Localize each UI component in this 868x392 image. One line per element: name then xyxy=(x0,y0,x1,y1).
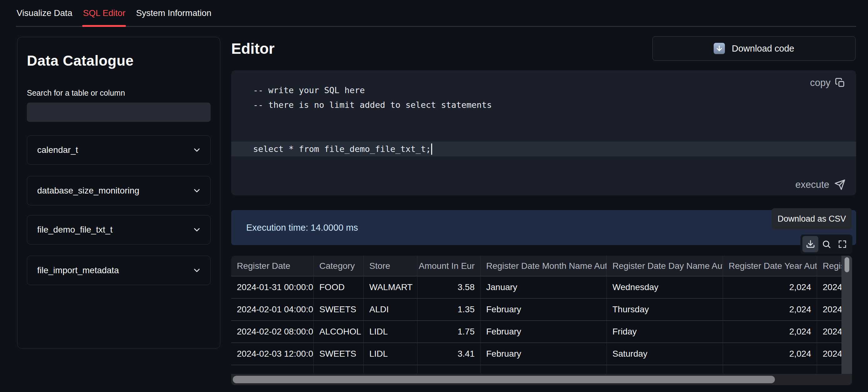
table-cell-partial xyxy=(231,365,314,373)
table-cell: WALMART xyxy=(364,276,417,299)
tab-visualize-data[interactable]: Visualize Data xyxy=(16,0,73,26)
table-cell: February xyxy=(480,343,607,365)
table-toolbar xyxy=(801,235,852,254)
chevron-down-icon xyxy=(192,225,202,235)
table-name-label: calendar_t xyxy=(37,145,78,155)
chevron-down-icon xyxy=(192,145,202,155)
expander-database-size-monitoring[interactable]: database_size_monitoring xyxy=(27,176,211,205)
column-header: Category xyxy=(314,256,364,276)
table-cell: Saturday xyxy=(607,343,723,365)
column-header: Register Date Month Name Auto xyxy=(480,256,607,276)
download-code-button[interactable]: Download code xyxy=(652,36,856,61)
table-cell: Friday xyxy=(607,321,723,343)
code-line-active: select * from file_demo_file_txt_t; xyxy=(231,142,856,156)
table-cell: Wednesday xyxy=(607,276,723,299)
tab-sql-editor[interactable]: SQL Editor xyxy=(82,0,126,26)
table-cell: 1.35 xyxy=(417,299,480,321)
table-cell: 2,024 xyxy=(723,343,817,365)
search-icon xyxy=(822,239,831,249)
table-name-label: file_demo_file_txt_t xyxy=(37,225,113,235)
results-table: Register Date Category Store Amount In E… xyxy=(231,256,852,385)
download-csv-button[interactable] xyxy=(802,236,818,252)
table-cell: SWEETS xyxy=(314,343,364,365)
send-icon xyxy=(834,179,845,190)
vertical-scrollbar-thumb[interactable] xyxy=(844,257,849,272)
text-cursor xyxy=(431,144,432,155)
code-line xyxy=(231,112,856,127)
expander-calendar-t[interactable]: calendar_t xyxy=(27,135,211,165)
tab-system-information[interactable]: System Information xyxy=(135,0,212,26)
table-cell-partial xyxy=(417,365,480,373)
top-tab-bar: Visualize Data SQL Editor System Informa… xyxy=(0,0,868,27)
table-cell: LIDL xyxy=(364,321,417,343)
search-input[interactable] xyxy=(27,102,211,122)
table-cell: FOOD xyxy=(314,276,364,299)
chevron-down-icon xyxy=(192,266,202,275)
code-line xyxy=(231,127,856,142)
table-cell: 2,024 xyxy=(723,299,817,321)
download-icon xyxy=(806,239,815,249)
code-line: -- write your SQL here xyxy=(231,83,856,97)
table-name-label: database_size_monitoring xyxy=(37,186,140,196)
table-cell-partial xyxy=(480,365,607,373)
table-cell: 3.41 xyxy=(417,343,480,365)
table-cell: 2024-01-31 00:00:00 xyxy=(231,276,314,299)
code-lines: -- write your SQL here -- there is no li… xyxy=(231,83,856,156)
table-cell-partial xyxy=(723,365,817,373)
table-cell: ALDI xyxy=(364,299,417,321)
chevron-down-icon xyxy=(192,186,202,195)
data-catalogue-panel: Data Catalogue Search for a table or col… xyxy=(17,37,220,349)
code-line: -- there is no limit added to select sta… xyxy=(231,97,856,112)
vertical-scrollbar[interactable] xyxy=(841,256,852,374)
table-cell-partial xyxy=(364,365,417,373)
table-cell: ALCOHOL xyxy=(314,321,364,343)
column-header: Amount In Eur xyxy=(417,256,480,276)
column-header: Register Date xyxy=(231,256,314,276)
table-cell-partial xyxy=(314,365,364,373)
table-cell: SWEETS xyxy=(314,299,364,321)
down-arrow-emoji-icon xyxy=(714,43,725,54)
download-csv-tooltip: Download as CSV xyxy=(772,208,852,230)
table-cell: Thursday xyxy=(607,299,723,321)
fullscreen-button[interactable] xyxy=(835,236,850,252)
copy-icon xyxy=(835,78,845,88)
table-cell: 2,024 xyxy=(723,321,817,343)
table-cell: February xyxy=(480,299,607,321)
sql-code-editor[interactable]: copy -- write your SQL here -- there is … xyxy=(231,70,856,195)
editor-heading: Editor xyxy=(231,40,275,57)
table-name-label: file_import_metadata xyxy=(37,265,119,275)
search-table-button[interactable] xyxy=(818,236,834,252)
copy-button[interactable]: copy xyxy=(810,77,845,88)
search-label: Search for a table or column xyxy=(27,88,220,97)
table-cell: 2024-02-02 08:00:00 xyxy=(231,321,314,343)
execution-time-banner: Execution time: 14.0000 ms xyxy=(231,210,856,245)
horizontal-scrollbar-thumb[interactable] xyxy=(233,376,775,383)
table-cell: 2024-02-03 12:00:00 xyxy=(231,343,314,365)
expander-file-demo-file-txt-t[interactable]: file_demo_file_txt_t xyxy=(27,215,211,244)
horizontal-scrollbar[interactable] xyxy=(231,374,852,385)
copy-label: copy xyxy=(810,77,831,88)
fullscreen-icon xyxy=(838,240,847,248)
column-header: Register Date Day Name Auto xyxy=(607,256,723,276)
table-cell: LIDL xyxy=(364,343,417,365)
table-cell: 1.75 xyxy=(417,321,480,343)
table-cell: 3.58 xyxy=(417,276,480,299)
table-cell: 2024-02-01 04:00:00 xyxy=(231,299,314,321)
execute-button[interactable]: execute xyxy=(795,179,845,190)
data-catalogue-title: Data Catalogue xyxy=(27,52,220,69)
table-cell-partial xyxy=(607,365,723,373)
expander-file-import-metadata[interactable]: file_import_metadata xyxy=(27,256,211,285)
table-cell: January xyxy=(480,276,607,299)
table-cell: 2,024 xyxy=(723,276,817,299)
column-header: Register Date Year Auto xyxy=(723,256,817,276)
download-code-label: Download code xyxy=(732,43,794,54)
execute-label: execute xyxy=(795,179,829,190)
table-cell: February xyxy=(480,321,607,343)
execution-time-text: Execution time: 14.0000 ms xyxy=(246,222,358,233)
column-header: Store xyxy=(364,256,417,276)
